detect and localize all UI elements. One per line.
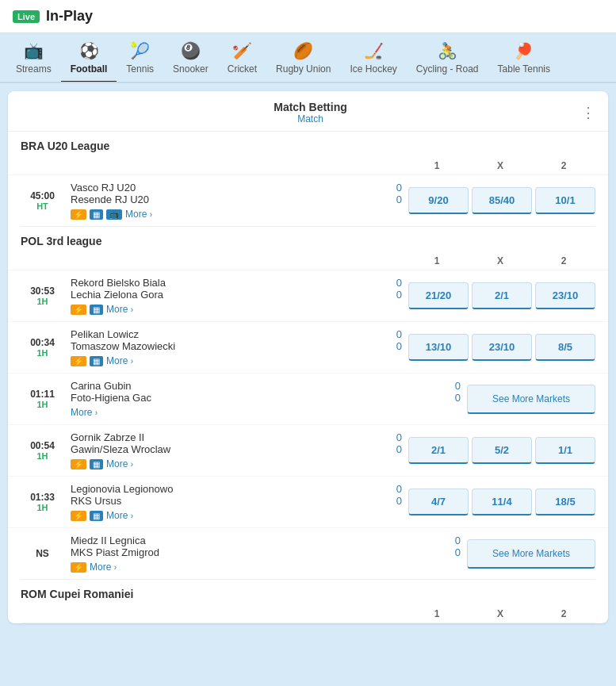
live-icon: ⚡	[71, 459, 86, 469]
ice-hockey-icon: 🏒	[364, 41, 384, 60]
odds-button-0[interactable]: 4/7	[408, 489, 469, 515]
sport-item-cricket[interactable]: 🏏 Cricket	[218, 33, 266, 83]
odds-button-1[interactable]: 5/2	[472, 437, 532, 464]
match-time-top: 01:33	[21, 492, 64, 503]
odds-button-1[interactable]: 85/40	[472, 187, 532, 214]
stats-icon: ▦	[90, 209, 103, 220]
odds-button-1[interactable]: 2/1	[472, 282, 532, 309]
team1-row: Legionovia Legionowo 0	[71, 483, 402, 495]
odds-button-2[interactable]: 8/5	[535, 334, 595, 361]
more-link[interactable]: More ›	[90, 561, 117, 573]
match-time: NS	[21, 548, 64, 559]
league-header-bra-u20: BRA U20 League	[8, 132, 608, 157]
team1-name: Miedz II Legnica	[71, 535, 146, 546]
match-row: NS Miedz II Legnica 0 MKS Piast Zmigrod …	[8, 527, 608, 579]
more-link[interactable]: More ›	[106, 510, 133, 521]
match-extras: ⚡ ▦ 📺 More ›	[71, 209, 402, 220]
odds-button-2[interactable]: 10/1	[535, 187, 595, 214]
sport-item-rugby-union[interactable]: 🏉 Rugby Union	[266, 33, 340, 83]
team1-name: Legionovia Legionowo	[71, 483, 173, 495]
sport-item-table-tennis[interactable]: 🏓 Table Tennis	[488, 33, 561, 83]
match-info: Pelikan Lowicz 0 Tomaszow Mazowiecki 0 ⚡…	[64, 328, 408, 366]
odds-group: See More Markets	[467, 539, 595, 569]
cycling-road-icon: 🚴	[438, 41, 457, 60]
match-time: 45:00 HT	[21, 190, 64, 211]
sport-item-ice-hockey[interactable]: 🏒 Ice Hockey	[340, 33, 406, 83]
match-time-top: 30:53	[21, 286, 64, 297]
see-more-markets-button[interactable]: See More Markets	[467, 539, 595, 569]
odds-button-2[interactable]: 18/5	[535, 489, 595, 515]
team1-score: 0	[455, 380, 461, 392]
more-link[interactable]: More ›	[106, 304, 133, 315]
col-label-X: X	[469, 160, 532, 171]
odds-button-1[interactable]: 23/10	[472, 334, 532, 361]
live-badge: Live	[13, 10, 40, 23]
team2-row: MKS Piast Zmigrod 0	[71, 546, 461, 558]
team2-name: Resende RJ U20	[71, 194, 149, 205]
match-row: 45:00 HT Vasco RJ U20 0 Resende RJ U20 0…	[8, 174, 608, 226]
match-extras: ⚡ ▦ More ›	[71, 355, 402, 366]
match-row: 30:53 1H Rekord Bielsko Biala 0 Lechia Z…	[8, 270, 608, 321]
streams-icon: 📺	[24, 41, 44, 60]
odds-group: See More Markets	[467, 385, 595, 414]
team2-name: MKS Piast Zmigrod	[71, 546, 159, 558]
more-link[interactable]: More ›	[106, 355, 133, 366]
more-link[interactable]: More ›	[71, 407, 98, 418]
odds-button-0[interactable]: 2/1	[408, 437, 469, 464]
card-header: Match Betting Match ⋮	[8, 91, 608, 132]
more-link[interactable]: More ›	[106, 458, 133, 469]
see-more-markets-button[interactable]: See More Markets	[467, 385, 595, 414]
sport-item-snooker[interactable]: 🎱 Snooker	[163, 33, 218, 83]
sport-item-football[interactable]: ⚽ Football	[61, 33, 117, 83]
more-arrow-icon: ›	[131, 357, 133, 366]
cricket-label: Cricket	[228, 63, 257, 75]
team2-score: 0	[455, 392, 461, 404]
team2-name: Gawin/Sleza Wroclaw	[71, 443, 170, 455]
odds-button-1[interactable]: 11/4	[472, 489, 532, 515]
card-header-subtitle: Match	[40, 113, 581, 125]
match-time-bottom: 1H	[21, 400, 64, 409]
team2-name: Lechia Zielona Gora	[71, 289, 163, 301]
sport-item-tennis[interactable]: 🎾 Tennis	[117, 33, 163, 83]
match-time-top: 01:11	[21, 389, 64, 400]
football-label: Football	[71, 63, 108, 75]
match-time-bottom: 1H	[21, 348, 64, 358]
team1-score: 0	[396, 328, 402, 340]
team1-name: Carina Gubin	[71, 380, 132, 392]
match-info: Vasco RJ U20 0 Resende RJ U20 0 ⚡ ▦ 📺 Mo…	[64, 182, 408, 220]
match-row: 00:34 1H Pelikan Lowicz 0 Tomaszow Mazow…	[8, 321, 608, 373]
live-icon: ⚡	[71, 511, 86, 521]
team1-score: 0	[396, 483, 402, 495]
more-arrow-icon: ›	[95, 408, 98, 417]
team1-score: 0	[396, 431, 402, 443]
odds-button-0[interactable]: 21/20	[408, 282, 469, 309]
sport-item-cycling-road[interactable]: 🚴 Cycling - Road	[407, 33, 488, 83]
col-label-2: 2	[532, 255, 595, 266]
stats-icon: ▦	[90, 356, 103, 366]
more-options-button[interactable]: ⋮	[581, 104, 595, 121]
sport-item-streams[interactable]: 📺 Streams	[6, 33, 61, 83]
team1-score: 0	[455, 535, 461, 546]
match-time: 01:33 1H	[21, 492, 64, 512]
tennis-icon: 🎾	[130, 41, 150, 60]
odds-group: 13/1023/108/5	[408, 334, 595, 361]
odds-button-2[interactable]: 1/1	[535, 437, 595, 464]
col-label-2: 2	[532, 608, 595, 619]
match-info: Gornik Zabrze II 0 Gawin/Sleza Wroclaw 0…	[64, 431, 408, 469]
team2-name: Foto-Higiena Gac	[71, 392, 151, 404]
odds-button-0[interactable]: 13/10	[408, 334, 469, 361]
col-label-X: X	[469, 255, 532, 266]
col-label-1: 1	[405, 255, 469, 266]
card-header-center: Match Betting Match	[40, 101, 581, 125]
more-arrow-icon: ›	[131, 460, 133, 469]
team1-name: Gornik Zabrze II	[71, 431, 144, 443]
team1-name: Rekord Bielsko Biala	[71, 277, 166, 289]
match-row: 01:33 1H Legionovia Legionowo 0 RKS Ursu…	[8, 476, 608, 527]
more-link[interactable]: More ›	[125, 209, 152, 220]
odds-button-2[interactable]: 23/10	[535, 282, 595, 309]
team2-name: RKS Ursus	[71, 495, 121, 507]
more-arrow-icon: ›	[131, 512, 133, 520]
header-bar: Live In-Play	[0, 0, 616, 33]
odds-button-0[interactable]: 9/20	[408, 187, 469, 214]
team2-name: Tomaszow Mazowiecki	[71, 340, 175, 352]
